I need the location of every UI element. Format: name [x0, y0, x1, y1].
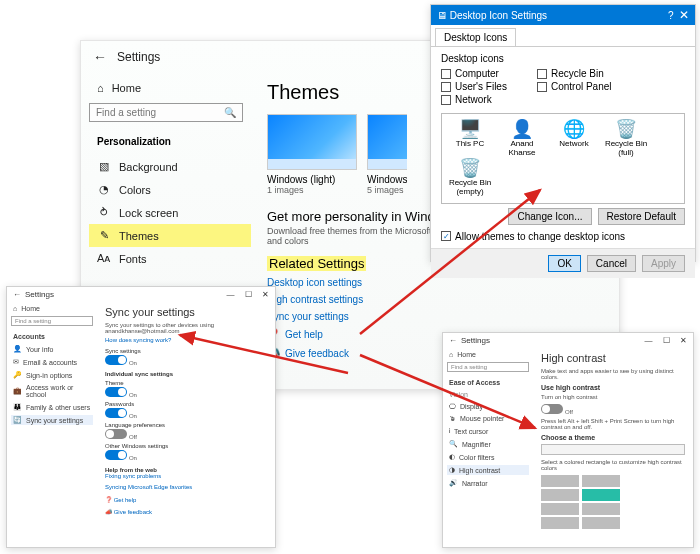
close-icon[interactable]: ✕ [262, 290, 269, 299]
themes-icon: ✎ [97, 229, 111, 242]
sidebar-item-email[interactable]: ✉ Email & accounts [11, 357, 93, 367]
link-give-feedback[interactable]: 📣 Give feedback [105, 508, 267, 515]
close-icon[interactable]: ✕ [680, 336, 687, 345]
sidebar-home[interactable]: ⌂ Home [11, 304, 93, 313]
back-icon[interactable]: ← [13, 290, 21, 299]
sidebar-home[interactable]: ⌂ Home [447, 350, 529, 359]
checkbox-control-panel[interactable]: Control Panel [537, 81, 612, 92]
sidebar-item-display[interactable]: 🖵 Display [447, 402, 529, 411]
link-how-sync-works[interactable]: How does syncing work? [105, 337, 267, 343]
color-swatch[interactable] [582, 517, 620, 529]
dialog-titlebar: 🖥 Desktop Icon Settings ? ✕ [431, 5, 695, 25]
cancel-button[interactable]: Cancel [587, 255, 636, 272]
color-swatch[interactable] [582, 489, 620, 501]
link-desktop-icon-settings[interactable]: Desktop icon settings [267, 277, 603, 288]
sidebar-group: Vision [447, 390, 529, 399]
color-swatch[interactable] [541, 503, 579, 515]
theme-dropdown[interactable] [541, 444, 685, 455]
desktop-icon-item[interactable]: 🖥️This PC [446, 120, 494, 157]
checkbox-computer[interactable]: Computer [441, 68, 507, 79]
sidebar-item-signin[interactable]: 🔑 Sign-in options [11, 370, 93, 380]
restore-default-button[interactable]: Restore Default [598, 208, 685, 225]
colors-icon: ◔ [97, 183, 111, 196]
color-swatch[interactable] [541, 489, 579, 501]
sidebar-item-fonts[interactable]: AᴀFonts [89, 247, 251, 270]
change-icon-button[interactable]: Change Icon... [508, 208, 591, 225]
page-desc: Make text and apps easier to see by usin… [541, 368, 685, 380]
toggle-other[interactable] [105, 450, 127, 460]
link-high-contrast-settings[interactable]: High contrast settings [267, 294, 603, 305]
checkbox-allow-themes[interactable]: ✓Allow themes to change desktop icons [441, 231, 685, 242]
help-icon[interactable]: ? [668, 10, 674, 21]
individual-heading: Individual sync settings [105, 371, 267, 377]
app-title: Settings [117, 50, 160, 64]
sidebar-item-family[interactable]: 👪 Family & other users [11, 402, 93, 412]
sidebar-item-magnifier[interactable]: 🔍 Magnifier [447, 439, 529, 449]
sidebar-item-textcursor[interactable]: Ꭵ Text cursor [447, 426, 529, 436]
user-icon: 👤 [511, 120, 533, 140]
sidebar-item-colors[interactable]: ◔Colors [89, 178, 251, 201]
color-swatch[interactable] [582, 503, 620, 515]
link-get-help[interactable]: ❓ Get help [105, 496, 267, 503]
sidebar-item-label: Lock screen [119, 207, 178, 219]
link-sync-your-settings[interactable]: Sync your settings [267, 311, 603, 322]
apply-button[interactable]: Apply [642, 255, 685, 272]
back-icon[interactable]: ← [93, 49, 107, 65]
high-contrast-window: ← Settings — ☐ ✕ ⌂ Home Find a setting E… [442, 332, 694, 548]
maximize-icon[interactable]: ☐ [663, 336, 670, 345]
ok-button[interactable]: OK [548, 255, 580, 272]
tabstrip: Desktop Icons [431, 25, 695, 47]
color-swatch[interactable] [541, 517, 579, 529]
search-input[interactable]: Find a setting [447, 362, 529, 372]
sidebar-item-work[interactable]: 💼 Access work or school [11, 383, 93, 399]
toggle-passwords[interactable] [105, 408, 127, 418]
checkbox-users-files[interactable]: User's Files [441, 81, 507, 92]
desktop-icon-item[interactable]: 👤Anand Khanse [498, 120, 546, 157]
toggle-high-contrast[interactable] [541, 404, 563, 414]
toggle-sync-settings[interactable] [105, 355, 127, 365]
checkbox-recycle-bin[interactable]: Recycle Bin [537, 68, 612, 79]
checkbox-network[interactable]: Network [441, 94, 507, 105]
sidebar-item-label: Background [119, 161, 178, 173]
sidebar-item-background[interactable]: ▧Background [89, 155, 251, 178]
minimize-icon[interactable]: — [227, 290, 235, 299]
color-swatch[interactable] [541, 475, 579, 487]
sidebar-item-your-info[interactable]: 👤 Your info [11, 344, 93, 354]
sidebar-item-highcontrast[interactable]: ◑ High contrast [447, 465, 529, 475]
tab-desktop-icons[interactable]: Desktop Icons [435, 28, 516, 46]
sidebar-item-mouse[interactable]: 🖱 Mouse pointer [447, 414, 529, 423]
desktop-icon-item[interactable]: 🗑️Recycle Bin (empty) [446, 159, 494, 196]
maximize-icon[interactable]: ☐ [245, 290, 252, 299]
sidebar-item-label: Themes [119, 230, 159, 242]
fonts-icon: Aᴀ [97, 252, 111, 265]
minimize-icon[interactable]: — [645, 336, 653, 345]
theme-preview-icon [267, 114, 357, 170]
sidebar-item-colorfilters[interactable]: ◐ Color filters [447, 452, 529, 462]
search-input[interactable]: Find a setting 🔍 [89, 103, 243, 122]
app-title: Settings [25, 290, 54, 299]
desktop-icon-item[interactable]: 🗑️Recycle Bin (full) [602, 120, 650, 157]
link-help[interactable]: Syncing Microsoft Edge favorites [105, 484, 267, 490]
toggle-theme[interactable] [105, 387, 127, 397]
search-icon: 🔍 [224, 107, 236, 118]
search-input[interactable]: Find a setting [11, 316, 93, 326]
theme-card[interactable]: Windows (light) 1 images [267, 114, 357, 195]
recycle-empty-icon: 🗑️ [459, 159, 481, 179]
pc-icon: 🖥️ [459, 120, 481, 140]
content: Sync your settings Sync your settings to… [97, 302, 275, 546]
back-icon[interactable]: ← [449, 336, 457, 345]
theme-card[interactable]: Windows 5 images [367, 114, 407, 195]
sidebar-item-narrator[interactable]: 🔊 Narrator [447, 478, 529, 488]
sidebar-item-themes[interactable]: ✎Themes [89, 224, 251, 247]
sidebar-home[interactable]: ⌂ Home [89, 77, 251, 99]
toggle-language[interactable] [105, 429, 127, 439]
sidebar-item-sync[interactable]: 🔄 Sync your settings [11, 415, 93, 425]
sidebar: ⌂ Home Find a setting Accounts 👤 Your in… [7, 302, 97, 546]
color-swatch[interactable] [582, 475, 620, 487]
link-help[interactable]: Fixing sync problems [105, 473, 267, 479]
theme-name: Windows (light) [267, 174, 357, 185]
desktop-icon-item[interactable]: 🌐Network [550, 120, 598, 157]
sync-item-label: Passwords [105, 401, 267, 407]
close-icon[interactable]: ✕ [679, 8, 689, 22]
sidebar-item-lockscreen[interactable]: ⥁Lock screen [89, 201, 251, 224]
